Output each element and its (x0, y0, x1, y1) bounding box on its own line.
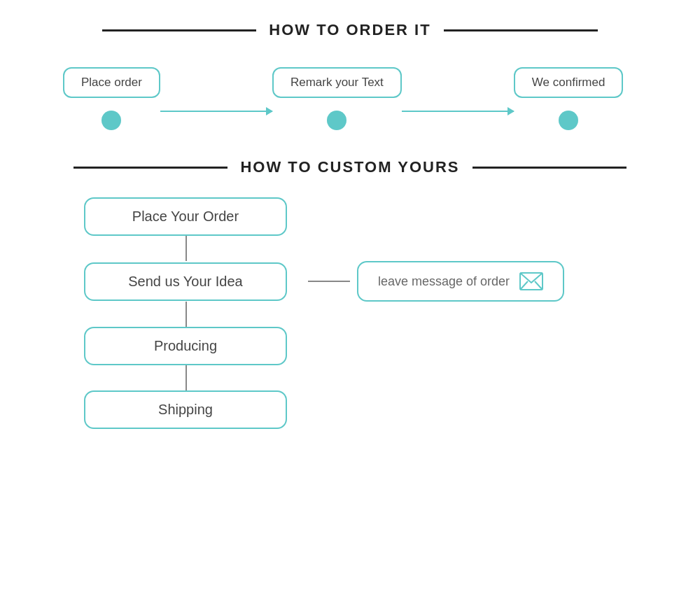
envelope-icon (519, 272, 543, 290)
order-step-1: Place order (63, 67, 160, 130)
custom-flow: Place Your Order Send us Your Idea leave… (28, 197, 672, 429)
order-step-2: Remark your Text (272, 67, 402, 130)
message-label: leave message of order (378, 274, 510, 289)
side-line (308, 281, 350, 282)
custom-step-row-3: Producing (84, 327, 287, 365)
step1-bubble: Place order (63, 67, 160, 98)
step3-dot (559, 111, 578, 130)
arrow-line-1 (160, 111, 272, 112)
arrow-line-2 (402, 111, 514, 112)
section2-header: HOW TO CUSTOM YOURS (28, 158, 672, 176)
step2-dot (327, 111, 346, 130)
section1-header: HOW TO ORDER IT (28, 21, 672, 39)
section1-title: HOW TO ORDER IT (269, 21, 430, 39)
svg-line-1 (520, 281, 528, 290)
header-line-right (444, 29, 598, 31)
side-connector: leave message of order (308, 261, 564, 302)
v-connector-3 (186, 365, 187, 390)
section2-title: HOW TO CUSTOM YOURS (240, 158, 459, 176)
arrow-2 (402, 111, 514, 112)
how-to-custom-section: HOW TO CUSTOM YOURS Place Your Order Sen… (28, 158, 672, 429)
v-connector-1 (186, 236, 187, 261)
header-line-left (102, 29, 256, 31)
custom-step-row-4: Shipping (84, 390, 287, 429)
header2-line-left (74, 167, 227, 169)
custom-step2-bubble: Send us Your Idea (84, 262, 287, 301)
step1-dot (102, 111, 121, 130)
custom-step3-bubble: Producing (84, 327, 287, 365)
how-to-order-section: HOW TO ORDER IT Place order Remark your … (28, 21, 672, 130)
arrow-1 (160, 111, 272, 112)
custom-step-row-1: Place Your Order (84, 197, 287, 236)
order-step-3: We confirmed (514, 67, 624, 130)
custom-step1-bubble: Place Your Order (84, 197, 287, 236)
message-bubble: leave message of order (357, 261, 564, 302)
step2-bubble: Remark your Text (272, 67, 402, 98)
order-flow: Place order Remark your Text We confirme… (28, 60, 672, 130)
step3-bubble: We confirmed (514, 67, 624, 98)
header2-line-right (472, 167, 626, 169)
v-connector-2 (186, 302, 187, 327)
svg-line-2 (535, 281, 542, 290)
custom-step-row-2: Send us Your Idea leave message of order (84, 261, 564, 302)
custom-step4-bubble: Shipping (84, 390, 287, 429)
